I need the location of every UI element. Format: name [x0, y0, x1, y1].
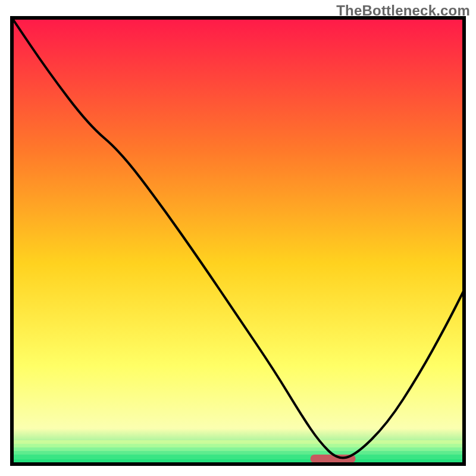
attribution-label: TheBottleneck.com — [336, 2, 470, 19]
svg-rect-1 — [12, 440, 464, 444]
svg-rect-5 — [12, 455, 464, 459]
gradient-background — [12, 18, 464, 464]
bottom-bands — [12, 440, 464, 464]
chart-container: TheBottleneck.com — [0, 0, 476, 476]
svg-rect-4 — [12, 451, 464, 455]
svg-rect-3 — [12, 447, 464, 451]
chart-svg — [0, 0, 476, 476]
svg-rect-2 — [12, 444, 464, 447]
